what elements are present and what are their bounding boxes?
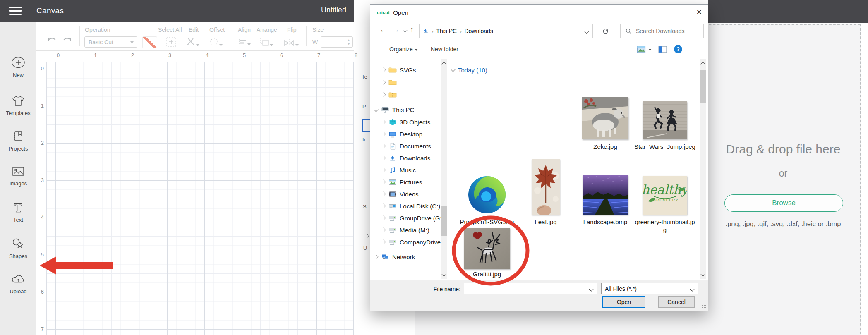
breadcrumb-downloads[interactable]: Downloads bbox=[464, 28, 493, 34]
tree-item-groupdrive-g[interactable]: GroupDrive (G:) bbox=[382, 213, 441, 223]
chevron-right-icon[interactable] bbox=[381, 144, 386, 148]
tree-item-companydrive[interactable]: CompanyDrive ( bbox=[382, 237, 441, 247]
file-thumbnail-graffiti-photo[interactable] bbox=[464, 228, 510, 269]
tree-item-3d-objects[interactable]: 3D Objects bbox=[382, 117, 430, 127]
close-icon[interactable]: ✕ bbox=[696, 8, 702, 17]
tree-item-documents[interactable]: Documents bbox=[382, 141, 431, 151]
file-thumbnail-jumping-couple-photo[interactable] bbox=[643, 101, 687, 139]
file-name-label[interactable]: greenery-thumbnail.jpg bbox=[634, 218, 696, 234]
file-name-label[interactable]: Star_Wars_Jump.jpeg bbox=[634, 143, 696, 151]
file-type-select[interactable]: All Files (*.*) bbox=[601, 283, 698, 294]
dialog-titlebar[interactable]: cricut Open ✕ bbox=[370, 5, 708, 20]
chevron-right-icon[interactable] bbox=[381, 179, 386, 184]
arrange-icon[interactable] bbox=[259, 36, 273, 49]
document-title[interactable]: Untitled bbox=[321, 6, 346, 14]
hamburger-menu-icon[interactable] bbox=[9, 7, 22, 15]
group-collapse-icon[interactable] bbox=[451, 67, 455, 72]
browse-button[interactable]: Browse bbox=[724, 194, 843, 212]
thumbnail-view-icon[interactable] bbox=[637, 46, 646, 55]
tree-scrollbar[interactable] bbox=[441, 59, 447, 279]
breadcrumb-this-pc[interactable]: This PC bbox=[436, 28, 457, 34]
chevron-right-icon[interactable] bbox=[381, 215, 386, 220]
file-thumbnail-edge-logo[interactable] bbox=[467, 175, 507, 215]
address-bar[interactable]: › This PC › Downloads bbox=[419, 24, 593, 38]
sidebar-item-projects[interactable]: Projects bbox=[0, 130, 36, 152]
file-name-label[interactable]: Leaf.jpg bbox=[515, 218, 577, 226]
tree-item-svgs[interactable]: SVGs bbox=[382, 65, 416, 75]
file-thumbnail-night-field-photo[interactable] bbox=[583, 175, 628, 215]
resize-grip[interactable] bbox=[702, 305, 707, 310]
tree-item-music[interactable]: Music bbox=[382, 165, 416, 175]
search-field[interactable] bbox=[620, 24, 704, 38]
help-icon[interactable]: ? bbox=[674, 45, 682, 53]
address-dropdown-icon[interactable] bbox=[584, 29, 589, 34]
chevron-right-icon[interactable] bbox=[381, 168, 386, 172]
scroll-up-icon[interactable] bbox=[441, 62, 446, 66]
tree-item-folder[interactable] bbox=[382, 90, 400, 100]
file-name-label[interactable]: Zeke.jpg bbox=[574, 143, 636, 151]
tree-item-folder[interactable] bbox=[382, 77, 400, 87]
chevron-right-icon[interactable] bbox=[381, 92, 386, 97]
tree-item-network[interactable]: Network bbox=[374, 252, 415, 262]
design-canvas[interactable] bbox=[46, 62, 354, 335]
file-thumbnail-greenery-card[interactable]: healthyGRENEERY bbox=[643, 176, 687, 215]
chevron-right-icon[interactable] bbox=[381, 191, 386, 196]
up-icon[interactable]: ↑ bbox=[410, 25, 414, 34]
open-button[interactable]: Open bbox=[602, 296, 645, 308]
combobox-dropdown-icon[interactable] bbox=[589, 287, 593, 291]
file-name-label[interactable]: Landscape.bmp bbox=[574, 218, 636, 226]
align-icon[interactable] bbox=[237, 38, 251, 48]
sidebar-item-upload[interactable]: Upload bbox=[0, 274, 36, 294]
undo-icon[interactable] bbox=[46, 34, 58, 46]
file-name-input[interactable] bbox=[467, 284, 586, 294]
file-thumbnail-dog-photo[interactable] bbox=[582, 97, 628, 139]
refresh-icon[interactable] bbox=[596, 24, 615, 38]
flip-icon[interactable] bbox=[283, 38, 299, 49]
redo-icon[interactable] bbox=[61, 34, 74, 46]
history-chevron-icon[interactable] bbox=[403, 28, 407, 32]
chevron-right-icon[interactable] bbox=[381, 80, 386, 84]
color-swatch[interactable] bbox=[142, 36, 157, 48]
sidebar-item-images[interactable]: Images bbox=[0, 165, 36, 187]
tree-item-media-m[interactable]: Media (M:) bbox=[382, 225, 429, 235]
scroll-down-icon[interactable] bbox=[700, 272, 705, 276]
view-dropdown-icon[interactable] bbox=[648, 49, 652, 51]
tree-item-pictures[interactable]: Pictures bbox=[382, 177, 422, 187]
chevron-right-icon[interactable] bbox=[381, 203, 386, 208]
chevron-down-icon[interactable] bbox=[374, 107, 378, 112]
file-name-label[interactable]: Grafitti.jpg bbox=[456, 270, 518, 278]
sidebar-item-text[interactable]: Text bbox=[0, 202, 36, 223]
tree-item-videos[interactable]: Videos bbox=[382, 189, 419, 199]
file-thumbnail-maple-leaf-photo[interactable] bbox=[532, 159, 560, 215]
sidebar-item-new[interactable]: New bbox=[0, 56, 36, 78]
scroll-down-icon[interactable] bbox=[441, 272, 446, 276]
chevron-right-icon[interactable] bbox=[381, 156, 386, 160]
list-scrollbar[interactable] bbox=[700, 59, 706, 279]
chevron-right-icon[interactable] bbox=[381, 67, 386, 72]
file-name-label[interactable]: Pumpkin1-SVG.svg bbox=[456, 218, 518, 226]
scroll-up-icon[interactable] bbox=[700, 62, 705, 66]
sidebar-item-shapes[interactable]: Shapes bbox=[0, 237, 36, 259]
chevron-right-icon[interactable] bbox=[381, 239, 386, 244]
tree-item-local-disk-c[interactable]: Local Disk (C:) bbox=[382, 201, 440, 211]
chevron-right-icon[interactable] bbox=[381, 120, 386, 124]
stepper-arrows-icon[interactable]: ▲▼ bbox=[345, 37, 352, 47]
group-header[interactable]: Today (10) bbox=[451, 67, 487, 74]
width-input[interactable]: ▲▼ bbox=[321, 36, 353, 48]
tree-item-desktop[interactable]: Desktop bbox=[382, 129, 422, 139]
file-name-combobox[interactable] bbox=[464, 283, 597, 294]
select-all-icon[interactable] bbox=[166, 36, 177, 49]
tree-item-downloads[interactable]: Downloads bbox=[382, 153, 430, 163]
new-folder-button[interactable]: New folder bbox=[431, 46, 458, 53]
cancel-button[interactable]: Cancel bbox=[658, 296, 695, 308]
chevron-right-icon[interactable] bbox=[381, 132, 386, 136]
organize-menu[interactable]: Organize bbox=[389, 46, 418, 53]
chevron-right-icon[interactable] bbox=[381, 227, 386, 232]
scrollbar-thumb[interactable] bbox=[700, 70, 706, 103]
sidebar-item-templates[interactable]: Templates bbox=[0, 95, 36, 116]
edit-icon[interactable] bbox=[185, 36, 199, 49]
search-input[interactable] bbox=[635, 27, 699, 35]
back-icon[interactable]: ← bbox=[379, 25, 387, 34]
preview-pane-icon[interactable] bbox=[658, 46, 667, 55]
chevron-right-icon[interactable] bbox=[374, 254, 378, 259]
